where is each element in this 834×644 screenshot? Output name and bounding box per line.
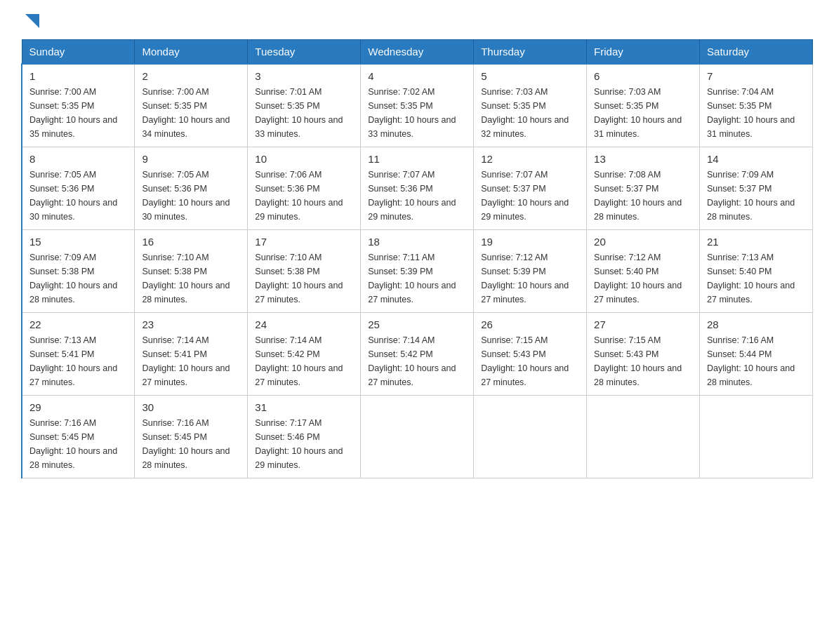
day-number: 28	[707, 318, 805, 330]
day-number: 12	[481, 153, 579, 165]
day-number: 27	[594, 318, 692, 330]
day-number: 19	[481, 236, 579, 248]
calendar-cell	[587, 396, 700, 478]
svg-marker-0	[25, 14, 39, 28]
calendar-cell: 5 Sunrise: 7:03 AM Sunset: 5:35 PM Dayli…	[474, 64, 587, 147]
day-info: Sunrise: 7:00 AM Sunset: 5:35 PM Dayligh…	[142, 85, 240, 141]
day-number: 16	[142, 236, 240, 248]
column-header-thursday: Thursday	[474, 40, 587, 65]
day-info: Sunrise: 7:16 AM Sunset: 5:44 PM Dayligh…	[707, 333, 805, 389]
calendar-table: SundayMondayTuesdayWednesdayThursdayFrid…	[21, 39, 813, 478]
day-info: Sunrise: 7:15 AM Sunset: 5:43 PM Dayligh…	[594, 333, 692, 389]
calendar-cell: 13 Sunrise: 7:08 AM Sunset: 5:37 PM Dayl…	[587, 147, 700, 230]
day-info: Sunrise: 7:06 AM Sunset: 5:36 PM Dayligh…	[255, 168, 353, 224]
day-number: 25	[368, 318, 466, 330]
day-number: 11	[368, 153, 466, 165]
calendar-cell: 21 Sunrise: 7:13 AM Sunset: 5:40 PM Dayl…	[700, 230, 813, 313]
calendar-cell: 29 Sunrise: 7:16 AM Sunset: 5:45 PM Dayl…	[22, 396, 135, 478]
day-info: Sunrise: 7:11 AM Sunset: 5:39 PM Dayligh…	[368, 250, 466, 307]
day-info: Sunrise: 7:15 AM Sunset: 5:43 PM Dayligh…	[481, 333, 579, 389]
calendar-cell: 31 Sunrise: 7:17 AM Sunset: 5:46 PM Dayl…	[248, 396, 361, 478]
calendar-cell: 28 Sunrise: 7:16 AM Sunset: 5:44 PM Dayl…	[700, 313, 813, 396]
day-number: 22	[29, 318, 127, 330]
calendar-cell: 17 Sunrise: 7:10 AM Sunset: 5:38 PM Dayl…	[248, 230, 361, 313]
calendar-week-row: 29 Sunrise: 7:16 AM Sunset: 5:45 PM Dayl…	[22, 396, 813, 478]
day-number: 20	[594, 236, 692, 248]
calendar-cell: 18 Sunrise: 7:11 AM Sunset: 5:39 PM Dayl…	[361, 230, 474, 313]
calendar-header-row: SundayMondayTuesdayWednesdayThursdayFrid…	[22, 40, 813, 65]
column-header-sunday: Sunday	[22, 40, 135, 65]
calendar-cell: 10 Sunrise: 7:06 AM Sunset: 5:36 PM Dayl…	[248, 147, 361, 230]
day-number: 26	[481, 318, 579, 330]
day-number: 3	[255, 70, 353, 82]
day-info: Sunrise: 7:13 AM Sunset: 5:40 PM Dayligh…	[707, 250, 805, 307]
day-info: Sunrise: 7:09 AM Sunset: 5:37 PM Dayligh…	[707, 168, 805, 224]
day-number: 23	[142, 318, 240, 330]
day-info: Sunrise: 7:14 AM Sunset: 5:42 PM Dayligh…	[368, 333, 466, 389]
calendar-cell: 27 Sunrise: 7:15 AM Sunset: 5:43 PM Dayl…	[587, 313, 700, 396]
day-info: Sunrise: 7:02 AM Sunset: 5:35 PM Dayligh…	[368, 85, 466, 141]
day-info: Sunrise: 7:14 AM Sunset: 5:41 PM Dayligh…	[142, 333, 240, 389]
calendar-cell: 25 Sunrise: 7:14 AM Sunset: 5:42 PM Dayl…	[361, 313, 474, 396]
calendar-cell: 3 Sunrise: 7:01 AM Sunset: 5:35 PM Dayli…	[248, 64, 361, 147]
day-number: 18	[368, 236, 466, 248]
calendar-cell	[361, 396, 474, 478]
day-number: 9	[142, 153, 240, 165]
calendar-cell: 20 Sunrise: 7:12 AM Sunset: 5:40 PM Dayl…	[587, 230, 700, 313]
day-info: Sunrise: 7:07 AM Sunset: 5:37 PM Dayligh…	[481, 168, 579, 224]
day-number: 17	[255, 236, 353, 248]
day-info: Sunrise: 7:17 AM Sunset: 5:46 PM Dayligh…	[255, 416, 353, 472]
calendar-week-row: 1 Sunrise: 7:00 AM Sunset: 5:35 PM Dayli…	[22, 64, 813, 147]
calendar-cell: 30 Sunrise: 7:16 AM Sunset: 5:45 PM Dayl…	[135, 396, 248, 478]
day-number: 15	[29, 236, 127, 248]
column-header-saturday: Saturday	[700, 40, 813, 65]
day-number: 21	[707, 236, 805, 248]
day-number: 2	[142, 70, 240, 82]
day-number: 5	[481, 70, 579, 82]
calendar-cell: 1 Sunrise: 7:00 AM Sunset: 5:35 PM Dayli…	[22, 64, 135, 147]
day-info: Sunrise: 7:07 AM Sunset: 5:36 PM Dayligh…	[368, 168, 466, 224]
column-header-friday: Friday	[587, 40, 700, 65]
day-info: Sunrise: 7:00 AM Sunset: 5:35 PM Dayligh…	[29, 85, 127, 141]
column-header-monday: Monday	[135, 40, 248, 65]
day-number: 7	[707, 70, 805, 82]
calendar-cell: 6 Sunrise: 7:03 AM Sunset: 5:35 PM Dayli…	[587, 64, 700, 147]
day-number: 10	[255, 153, 353, 165]
calendar-cell: 15 Sunrise: 7:09 AM Sunset: 5:38 PM Dayl…	[22, 230, 135, 313]
day-number: 31	[255, 401, 353, 413]
calendar-cell: 22 Sunrise: 7:13 AM Sunset: 5:41 PM Dayl…	[22, 313, 135, 396]
calendar-cell: 23 Sunrise: 7:14 AM Sunset: 5:41 PM Dayl…	[135, 313, 248, 396]
day-info: Sunrise: 7:16 AM Sunset: 5:45 PM Dayligh…	[29, 416, 127, 472]
day-info: Sunrise: 7:12 AM Sunset: 5:39 PM Dayligh…	[481, 250, 579, 307]
day-info: Sunrise: 7:10 AM Sunset: 5:38 PM Dayligh…	[255, 250, 353, 307]
calendar-week-row: 15 Sunrise: 7:09 AM Sunset: 5:38 PM Dayl…	[22, 230, 813, 313]
day-number: 1	[29, 70, 127, 82]
calendar-cell: 2 Sunrise: 7:00 AM Sunset: 5:35 PM Dayli…	[135, 64, 248, 147]
calendar-cell: 16 Sunrise: 7:10 AM Sunset: 5:38 PM Dayl…	[135, 230, 248, 313]
day-info: Sunrise: 7:16 AM Sunset: 5:45 PM Dayligh…	[142, 416, 240, 472]
day-info: Sunrise: 7:10 AM Sunset: 5:38 PM Dayligh…	[142, 250, 240, 307]
day-number: 13	[594, 153, 692, 165]
day-info: Sunrise: 7:08 AM Sunset: 5:37 PM Dayligh…	[594, 168, 692, 224]
column-header-wednesday: Wednesday	[361, 40, 474, 65]
day-info: Sunrise: 7:01 AM Sunset: 5:35 PM Dayligh…	[255, 85, 353, 141]
calendar-week-row: 8 Sunrise: 7:05 AM Sunset: 5:36 PM Dayli…	[22, 147, 813, 230]
day-number: 14	[707, 153, 805, 165]
calendar-body: 1 Sunrise: 7:00 AM Sunset: 5:35 PM Dayli…	[22, 64, 813, 478]
day-info: Sunrise: 7:03 AM Sunset: 5:35 PM Dayligh…	[481, 85, 579, 141]
page-header	[21, 14, 813, 28]
logo-triangle-icon	[25, 14, 39, 28]
day-number: 6	[594, 70, 692, 82]
calendar-cell: 4 Sunrise: 7:02 AM Sunset: 5:35 PM Dayli…	[361, 64, 474, 147]
calendar-cell	[700, 396, 813, 478]
logo	[21, 14, 45, 28]
day-number: 4	[368, 70, 466, 82]
day-info: Sunrise: 7:05 AM Sunset: 5:36 PM Dayligh…	[142, 168, 240, 224]
day-info: Sunrise: 7:04 AM Sunset: 5:35 PM Dayligh…	[707, 85, 805, 141]
calendar-cell: 12 Sunrise: 7:07 AM Sunset: 5:37 PM Dayl…	[474, 147, 587, 230]
calendar-week-row: 22 Sunrise: 7:13 AM Sunset: 5:41 PM Dayl…	[22, 313, 813, 396]
day-info: Sunrise: 7:09 AM Sunset: 5:38 PM Dayligh…	[29, 250, 127, 307]
day-info: Sunrise: 7:14 AM Sunset: 5:42 PM Dayligh…	[255, 333, 353, 389]
calendar-cell: 7 Sunrise: 7:04 AM Sunset: 5:35 PM Dayli…	[700, 64, 813, 147]
calendar-cell: 24 Sunrise: 7:14 AM Sunset: 5:42 PM Dayl…	[248, 313, 361, 396]
